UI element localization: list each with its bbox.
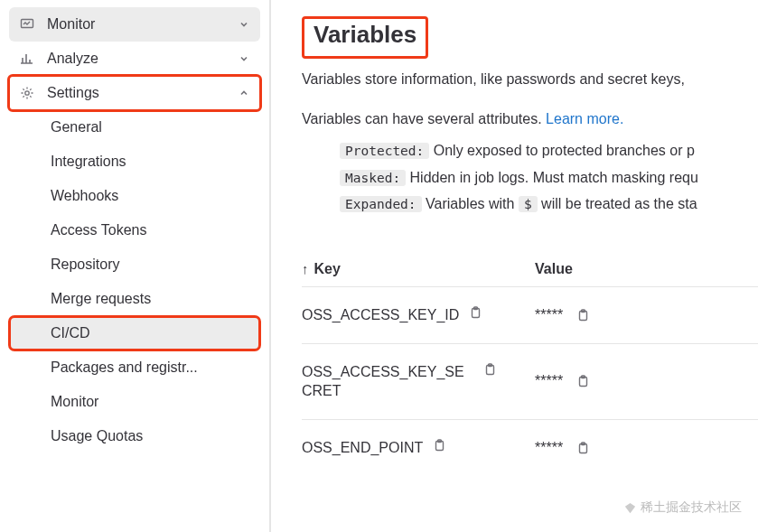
analyze-icon: [20, 51, 34, 66]
cell-key: OSS_ACCESS_KEY_ID: [302, 305, 535, 325]
subitem-label: Merge requests: [51, 291, 151, 307]
key-text: OSS_ACCESS_KEY_SECRET: [302, 362, 473, 401]
page-title: Variables: [308, 19, 422, 51]
svg-rect-0: [22, 20, 33, 28]
watermark: 稀土掘金技术社区: [623, 499, 742, 516]
bullet-protected: Protected: Only exposed to protected bra…: [340, 139, 758, 163]
bullet-text: Variables with: [422, 196, 519, 211]
table-row: OSS_ACCESS_KEY_ID *****: [302, 287, 758, 344]
bullet-text: Only exposed to protected branches or p: [429, 143, 695, 158]
attribute-list: Protected: Only exposed to protected bra…: [340, 139, 758, 216]
sidebar-label: Monitor: [47, 16, 226, 33]
code-expanded: Expanded:: [340, 196, 422, 212]
table-row: OSS_END_POINT *****: [302, 420, 758, 462]
key-text: OSS_END_POINT: [302, 438, 423, 458]
subitem-label: Repository: [51, 257, 119, 273]
copy-icon[interactable]: [468, 305, 482, 320]
cell-key: OSS_ACCESS_KEY_SECRET: [302, 362, 535, 401]
chevron-down-icon: [239, 17, 249, 33]
col-header-key[interactable]: ↑ Key: [302, 261, 535, 277]
svg-point-1: [25, 91, 29, 95]
subitem-label: Access Tokens: [51, 222, 146, 238]
copy-icon[interactable]: [432, 438, 446, 453]
watermark-text: 稀土掘金技术社区: [641, 499, 742, 516]
value-text: *****: [535, 373, 563, 389]
subitem-access-tokens[interactable]: Access Tokens: [9, 213, 260, 247]
sidebar-label: Analyze: [47, 51, 226, 67]
watermark-icon: [623, 501, 637, 515]
code-masked: Masked:: [340, 170, 406, 186]
bullet-text: will be treated as the sta: [538, 196, 697, 211]
table-row: OSS_ACCESS_KEY_SECRET *****: [302, 344, 758, 420]
learn-more-link[interactable]: Learn more.: [546, 111, 623, 126]
sidebar-item-monitor[interactable]: Monitor: [9, 7, 260, 42]
copy-icon[interactable]: [576, 374, 590, 388]
variables-table: ↑ Key Value OSS_ACCESS_KEY_ID ***** OSS_…: [302, 252, 758, 461]
copy-icon[interactable]: [576, 308, 590, 322]
sort-asc-icon: ↑: [302, 261, 309, 276]
subitem-usage-quotas[interactable]: Usage Quotas: [9, 419, 260, 453]
sidebar-item-settings[interactable]: Settings: [9, 76, 260, 110]
subitem-label: Monitor: [51, 394, 98, 410]
subitem-label: Usage Quotas: [51, 428, 143, 444]
header-label: Value: [535, 261, 573, 276]
attr-text: Variables can have several attributes.: [302, 111, 546, 126]
monitor-icon: [20, 17, 34, 32]
sidebar-label: Settings: [47, 85, 226, 101]
copy-icon[interactable]: [482, 362, 497, 377]
description: Variables store information, like passwo…: [302, 68, 758, 91]
gear-icon: [20, 86, 34, 100]
subitem-label: Webhooks: [51, 188, 118, 204]
subitem-monitor[interactable]: Monitor: [9, 385, 260, 419]
subitem-label: General: [51, 119, 102, 135]
subitem-integrations[interactable]: Integrations: [9, 145, 260, 179]
sidebar: Monitor Analyze Settings General Integra…: [0, 0, 271, 532]
subitem-merge-requests[interactable]: Merge requests: [9, 282, 260, 316]
subitem-label: Integrations: [51, 154, 126, 170]
subitem-cicd[interactable]: CI/CD: [9, 316, 260, 350]
chevron-up-icon: [239, 86, 249, 101]
subitem-general[interactable]: General: [9, 110, 260, 145]
bullet-masked: Masked: Hidden in job logs. Must match m…: [340, 166, 758, 190]
subitem-webhooks[interactable]: Webhooks: [9, 179, 260, 213]
subitem-packages[interactable]: Packages and registr...: [9, 350, 260, 385]
bullet-expanded: Expanded: Variables with $ will be treat…: [340, 192, 758, 216]
cell-value: *****: [535, 440, 758, 456]
code-dollar: $: [519, 196, 538, 212]
col-header-value: Value: [535, 261, 758, 277]
value-text: *****: [535, 440, 563, 456]
subitem-label: CI/CD: [51, 325, 90, 341]
page-title-highlight: Variables: [302, 16, 428, 59]
sidebar-item-analyze[interactable]: Analyze: [9, 42, 260, 76]
chevron-down-icon: [239, 51, 249, 67]
table-header: ↑ Key Value: [302, 252, 758, 287]
attributes-line: Variables can have several attributes. L…: [302, 107, 758, 131]
key-text: OSS_ACCESS_KEY_ID: [302, 305, 459, 325]
subitem-label: Packages and registr...: [51, 359, 198, 376]
copy-icon[interactable]: [576, 441, 590, 455]
settings-subitems: General Integrations Webhooks Access Tok…: [9, 110, 260, 453]
main-panel: Variables Variables store information, l…: [271, 0, 758, 532]
cell-key: OSS_END_POINT: [302, 438, 535, 458]
cell-value: *****: [535, 307, 758, 323]
bullet-text: Hidden in job logs. Must match masking r…: [406, 170, 698, 185]
code-protected: Protected:: [340, 143, 429, 159]
subitem-repository[interactable]: Repository: [9, 247, 260, 282]
value-text: *****: [535, 307, 563, 323]
cell-value: *****: [535, 373, 758, 389]
header-label: Key: [314, 261, 341, 277]
